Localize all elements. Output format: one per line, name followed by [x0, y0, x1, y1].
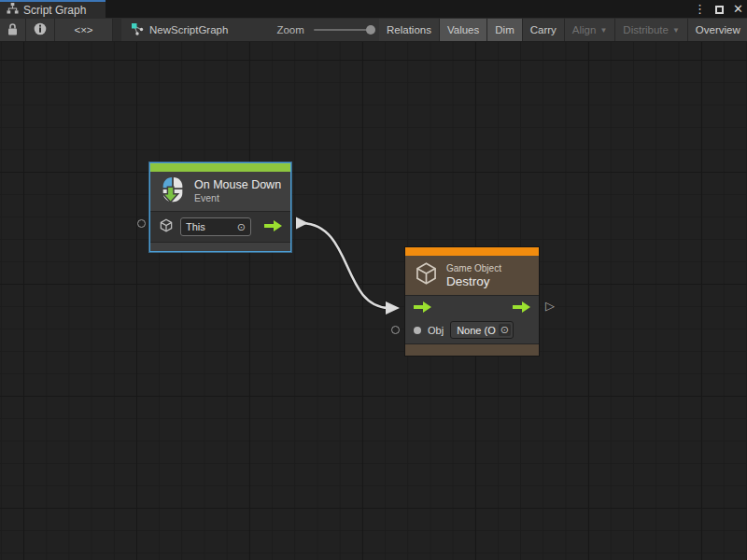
info-icon — [34, 22, 47, 37]
node-header[interactable]: Game Object Destroy — [405, 256, 539, 295]
toolbar-graph-section: NewScriptGraph Zoom 1x — [121, 19, 401, 41]
zoom-label: Zoom — [276, 24, 303, 35]
code-icon: <×> — [74, 24, 92, 35]
node-title: Destroy — [446, 274, 501, 288]
close-icon[interactable]: ✕ — [733, 0, 743, 18]
kebab-menu-icon[interactable]: ⋮ — [694, 0, 706, 18]
flow-continue-triangle-icon[interactable]: ▷ — [545, 300, 555, 312]
chevron-down-icon: ▼ — [599, 26, 607, 35]
button-label: Carry — [530, 24, 557, 35]
param-label: Obj — [428, 325, 444, 336]
node-footer — [405, 344, 539, 356]
game-object-cube-icon — [414, 260, 439, 290]
tab-script-graph[interactable]: Script Graph — [0, 0, 106, 18]
node-subtitle: Event — [194, 192, 281, 204]
event-accent-strip — [150, 163, 290, 172]
toolbar-left-group: <×> — [0, 18, 113, 41]
script-graph-window: Script Graph ⋮ ✕ — [0, 0, 747, 560]
flow-input-port[interactable] — [414, 300, 431, 316]
game-object-cube-icon — [159, 217, 174, 237]
unit-accent-strip — [405, 247, 539, 256]
toolbar-right-group: Relations Values Dim Carry Align ▼ Distr… — [379, 18, 747, 41]
graph-hierarchy-icon — [7, 3, 19, 17]
button-label: Values — [447, 24, 479, 35]
toolbar-button-dim[interactable]: Dim — [487, 19, 522, 41]
node-destroy[interactable]: Game Object Destroy — [404, 246, 540, 357]
connection-start-arrowhead — [296, 217, 308, 230]
lock-icon — [7, 23, 18, 37]
toolbar-button-carry[interactable]: Carry — [523, 19, 565, 41]
tab-title: Script Graph — [23, 4, 86, 17]
button-label: Relations — [387, 24, 431, 35]
script-graph-asset-icon — [131, 22, 144, 37]
param-value: None (O — [457, 325, 496, 336]
value-input-port[interactable] — [391, 326, 400, 334]
code-view-button[interactable]: <×> — [55, 19, 113, 41]
zoom-slider-handle[interactable] — [366, 25, 375, 35]
button-label: Overview — [696, 24, 740, 35]
toolbar-button-values[interactable]: Values — [440, 19, 487, 41]
maximize-icon[interactable] — [715, 1, 724, 18]
toolbar-button-align[interactable]: Align ▼ — [565, 19, 616, 41]
chevron-down-icon: ▼ — [672, 26, 680, 35]
lock-button[interactable] — [0, 19, 26, 41]
toolbar-button-relations[interactable]: Relations — [379, 19, 440, 41]
button-label: Align — [572, 24, 597, 35]
object-picker-icon[interactable]: ⊙ — [237, 221, 246, 233]
zoom-slider[interactable] — [314, 29, 372, 31]
button-label: Distribute — [623, 24, 669, 35]
node-category: Game Object — [446, 262, 501, 274]
connection-end-arrowhead — [386, 301, 400, 315]
toolbar-button-overview[interactable]: Overview — [688, 19, 747, 41]
node-header[interactable]: On Mouse Down Event — [150, 172, 290, 211]
node-footer — [150, 243, 290, 251]
node-title: On Mouse Down — [194, 178, 281, 192]
value-input-port[interactable] — [137, 219, 146, 228]
info-button[interactable] — [26, 19, 55, 41]
graph-name-label[interactable]: NewScriptGraph — [149, 24, 228, 35]
flow-connection — [0, 42, 747, 560]
flow-output-port[interactable] — [513, 300, 530, 316]
obj-object-field[interactable]: None (O ⊙ — [450, 321, 514, 339]
toolbar-button-distribute[interactable]: Distribute ▼ — [615, 19, 688, 41]
graph-canvas[interactable]: On Mouse Down Event This ⊙ — [0, 42, 747, 560]
graph-toolbar: <×> NewScriptGraph Zoom 1x Relations — [0, 18, 747, 42]
node-body: This ⊙ — [150, 211, 290, 243]
obj-value-port[interactable] — [414, 327, 421, 334]
target-value: This — [186, 221, 205, 232]
object-picker-icon[interactable]: ⊙ — [499, 324, 511, 336]
flow-output-port[interactable] — [264, 218, 282, 235]
mouse-down-event-icon — [159, 175, 187, 207]
window-controls: ⋮ ✕ — [694, 0, 743, 18]
node-on-mouse-down[interactable]: On Mouse Down Event This ⊙ — [149, 162, 291, 252]
node-body: Obj None (O ⊙ — [405, 295, 539, 344]
target-object-field[interactable]: This ⊙ — [180, 217, 251, 236]
tab-bar: Script Graph ⋮ ✕ — [0, 0, 747, 18]
button-label: Dim — [495, 24, 514, 35]
